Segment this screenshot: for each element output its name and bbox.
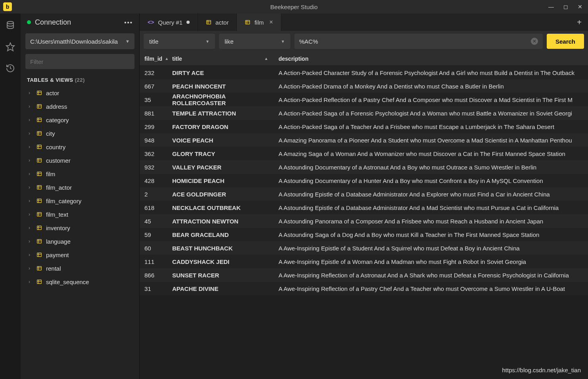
table-item-payment[interactable]: ›payment xyxy=(21,248,139,262)
svg-rect-35 xyxy=(37,239,42,243)
chevron-down-icon: ▼ xyxy=(206,39,209,44)
cell-title: FACTORY DRAGON xyxy=(172,123,275,130)
svg-rect-44 xyxy=(37,280,42,283)
table-row[interactable]: 59BEAR GRACELANDA Astounding Saga of a D… xyxy=(140,228,588,241)
table-item-film_actor[interactable]: ›film_actor xyxy=(21,181,139,194)
svg-rect-41 xyxy=(37,266,42,270)
tab-film[interactable]: film× xyxy=(237,13,281,31)
table-icon xyxy=(37,198,42,204)
connection-status-dot-icon xyxy=(27,20,31,24)
watermark-text: https://blog.csdn.net/jake_tian xyxy=(502,367,581,373)
table-item-customer[interactable]: ›customer xyxy=(21,154,139,167)
cell-title: ACE GOLDFINGER xyxy=(172,191,275,198)
column-header-film-id[interactable]: film_id▲ xyxy=(140,56,172,62)
table-item-actor[interactable]: ›actor xyxy=(21,86,139,100)
table-row[interactable]: 2ACE GOLDFINGERA Astounding Epistle of a… xyxy=(140,187,588,201)
maximize-button[interactable]: ◻ xyxy=(563,4,568,10)
table-item-film_category[interactable]: ›film_category xyxy=(21,194,139,208)
star-icon[interactable] xyxy=(6,42,15,52)
connection-menu-button[interactable]: ••• xyxy=(124,19,133,26)
database-icon[interactable] xyxy=(6,21,15,30)
cell-title: BEAR GRACELAND xyxy=(172,231,275,238)
cell-description: A Astounding Documentary of a Astronaut … xyxy=(275,164,588,171)
grid-body[interactable]: 232DIRTY ACEA Action-Packed Character St… xyxy=(140,66,588,379)
filter-column-select[interactable]: title▼ xyxy=(144,34,215,49)
cell-title: TEMPLE ATTRACTION xyxy=(172,110,275,117)
table-row[interactable]: 618NECKLACE OUTBREAKA Astounding Epistle… xyxy=(140,201,588,214)
search-button[interactable]: Search xyxy=(547,34,584,49)
cell-film-id: 428 xyxy=(140,177,172,184)
database-selector[interactable]: C:\Users\matth\Downloads\sakila ▼ xyxy=(25,33,135,49)
tab-query-1[interactable]: <>Query #1 xyxy=(140,13,198,31)
filter-value-input[interactable] xyxy=(299,38,531,45)
column-header-title[interactable]: title▲ xyxy=(172,56,275,62)
minimize-button[interactable]: — xyxy=(548,4,554,10)
table-row[interactable]: 35ARACHNOPHOBIA ROLLERCOASTERA Action-Pa… xyxy=(140,93,588,106)
table-item-category[interactable]: ›category xyxy=(21,113,139,127)
svg-rect-2 xyxy=(37,91,42,94)
tab-label: Query #1 xyxy=(158,19,183,26)
filter-operator-select[interactable]: like▼ xyxy=(219,34,290,49)
table-row[interactable]: 362GLORY TRACYA Amazing Saga of a Woman … xyxy=(140,147,588,160)
chevron-right-icon: › xyxy=(29,198,33,204)
cell-film-id: 667 xyxy=(140,83,172,90)
new-tab-button[interactable]: + xyxy=(571,13,588,31)
table-icon xyxy=(37,265,42,271)
table-row[interactable]: 948VOICE PEACHA Amazing Panorama of a Pi… xyxy=(140,133,588,147)
close-tab-button[interactable]: × xyxy=(269,19,273,26)
tab-actor[interactable]: actor xyxy=(198,13,237,31)
cell-description: A Astounding Panorama of a Composer And … xyxy=(275,218,588,225)
table-row[interactable]: 932VALLEY PACKERA Astounding Documentary… xyxy=(140,160,588,174)
connection-label: Connection xyxy=(35,18,71,27)
chevron-right-icon: › xyxy=(29,265,33,271)
chevron-right-icon: › xyxy=(29,239,33,244)
table-row[interactable]: 299FACTORY DRAGONA Action-Packed Saga of… xyxy=(140,120,588,133)
table-item-city[interactable]: ›city xyxy=(21,127,139,140)
clear-filter-button[interactable]: ✕ xyxy=(531,38,538,45)
svg-rect-38 xyxy=(37,253,42,256)
history-icon[interactable] xyxy=(6,63,15,73)
svg-rect-32 xyxy=(37,226,42,229)
table-row[interactable]: 111CADDYSHACK JEDIA Awe-Inspiring Epistl… xyxy=(140,255,588,268)
table-name: category xyxy=(46,117,69,123)
table-item-film[interactable]: ›film xyxy=(21,167,139,181)
activity-rail xyxy=(0,13,21,379)
table-item-address[interactable]: ›address xyxy=(21,100,139,113)
table-name: address xyxy=(46,103,67,110)
cell-description: A Awe-Inspiring Reflection of a Pastry C… xyxy=(275,285,588,292)
table-name: film_text xyxy=(46,211,68,218)
table-item-rental[interactable]: ›rental xyxy=(21,262,139,275)
chevron-right-icon: › xyxy=(29,144,33,150)
cell-title: VOICE PEACH xyxy=(172,137,275,144)
table-name: rental xyxy=(46,265,61,272)
table-row[interactable]: 428HOMICIDE PEACHA Astounding Documentar… xyxy=(140,174,588,187)
chevron-right-icon: › xyxy=(29,212,33,217)
table-row[interactable]: 866SUNSET RACERA Awe-Inspiring Reflectio… xyxy=(140,268,588,282)
cell-description: A Astounding Saga of a Dog And a Boy who… xyxy=(275,231,588,238)
column-header-description[interactable]: description xyxy=(275,56,588,62)
table-item-language[interactable]: ›language xyxy=(21,235,139,248)
table-name: sqlite_sequence xyxy=(46,279,89,285)
table-row[interactable]: 881TEMPLE ATTRACTIONA Action-Packed Saga… xyxy=(140,106,588,120)
table-item-sqlite_sequence[interactable]: ›sqlite_sequence xyxy=(21,275,139,289)
table-row[interactable]: 232DIRTY ACEA Action-Packed Character St… xyxy=(140,66,588,79)
cell-film-id: 59 xyxy=(140,231,172,238)
table-icon xyxy=(37,117,42,123)
chevron-right-icon: › xyxy=(29,117,33,123)
close-window-button[interactable]: ✕ xyxy=(578,4,582,10)
cell-description: A Astounding Documentary of a Hunter And… xyxy=(275,177,588,184)
table-item-film_text[interactable]: ›film_text xyxy=(21,208,139,221)
table-row[interactable]: 45ATTRACTION NEWTONA Astounding Panorama… xyxy=(140,214,588,228)
cell-film-id: 299 xyxy=(140,123,172,130)
tables-section-header: TABLES & VIEWS (22) xyxy=(21,71,139,86)
table-item-inventory[interactable]: ›inventory xyxy=(21,221,139,235)
cell-title: ATTRACTION NEWTON xyxy=(172,218,275,225)
table-row[interactable]: 60BEAST HUNCHBACKA Awe-Inspiring Epistle… xyxy=(140,241,588,255)
table-filter-input[interactable] xyxy=(25,54,135,69)
connection-row: Connection ••• xyxy=(21,13,139,31)
table-item-country[interactable]: ›country xyxy=(21,140,139,154)
table-row[interactable]: 31APACHE DIVINEA Awe-Inspiring Reflectio… xyxy=(140,282,588,295)
table-row[interactable]: 667PEACH INNOCENTA Action-Packed Drama o… xyxy=(140,79,588,93)
table-name: film xyxy=(46,171,55,177)
svg-rect-23 xyxy=(37,185,42,189)
